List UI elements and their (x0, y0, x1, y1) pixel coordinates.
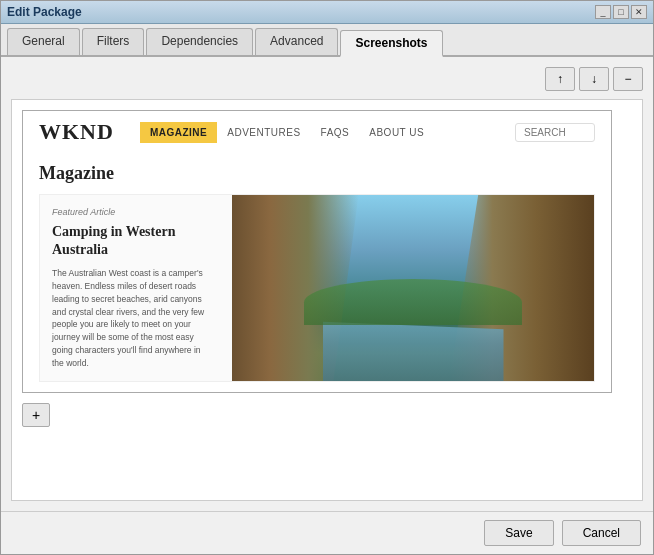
down-arrow-icon: ↓ (591, 72, 597, 86)
move-down-button[interactable]: ↓ (579, 67, 609, 91)
save-button[interactable]: Save (484, 520, 553, 546)
tab-general[interactable]: General (7, 28, 80, 55)
tab-screenshots[interactable]: Screenshots (340, 30, 442, 57)
tab-dependencies[interactable]: Dependencies (146, 28, 253, 55)
article-text: Featured Article Camping in Western Aust… (40, 195, 220, 381)
maximize-button[interactable]: □ (613, 5, 629, 19)
article-body: The Australian West coast is a camper's … (52, 267, 208, 369)
article-image (232, 195, 594, 381)
site-body: Magazine Featured Article Camping in Wes… (23, 153, 611, 392)
cancel-button[interactable]: Cancel (562, 520, 641, 546)
tab-advanced[interactable]: Advanced (255, 28, 338, 55)
screenshot-area: WKND MAGAZINE ADVENTURES FAQS ABOUT US M… (11, 99, 643, 501)
edit-package-window: Edit Package _ □ ✕ General Filters Depen… (0, 0, 654, 555)
site-header: WKND MAGAZINE ADVENTURES FAQS ABOUT US (23, 111, 611, 153)
footer: Save Cancel (1, 511, 653, 554)
tabs-bar: General Filters Dependencies Advanced Sc… (1, 24, 653, 57)
move-up-button[interactable]: ↑ (545, 67, 575, 91)
site-logo: WKND (39, 119, 114, 145)
canyon-scene (232, 195, 594, 381)
article-title: Camping in Western Australia (52, 223, 208, 259)
site-nav: MAGAZINE ADVENTURES FAQS ABOUT US (140, 122, 434, 143)
up-arrow-icon: ↑ (557, 72, 563, 86)
screenshot-toolbar: ↑ ↓ − (11, 67, 643, 91)
article-tag: Featured Article (52, 207, 208, 217)
site-search-input[interactable] (515, 123, 595, 142)
nav-adventures[interactable]: ADVENTURES (217, 122, 310, 143)
title-bar-controls: _ □ ✕ (595, 5, 647, 19)
window-title: Edit Package (7, 5, 82, 19)
main-content: ↑ ↓ − WKND MAGAZINE ADVENTURES FAQS (1, 57, 653, 511)
add-screenshot-button[interactable]: + (22, 403, 50, 427)
nav-faqs[interactable]: FAQS (311, 122, 360, 143)
screenshot-preview: WKND MAGAZINE ADVENTURES FAQS ABOUT US M… (22, 110, 612, 393)
vegetation (304, 279, 521, 326)
tab-filters[interactable]: Filters (82, 28, 145, 55)
nav-magazine[interactable]: MAGAZINE (140, 122, 217, 143)
remove-button[interactable]: − (613, 67, 643, 91)
minus-icon: − (624, 72, 631, 86)
close-button[interactable]: ✕ (631, 5, 647, 19)
nav-about-us[interactable]: ABOUT US (359, 122, 434, 143)
minimize-button[interactable]: _ (595, 5, 611, 19)
site-page-title: Magazine (39, 163, 595, 184)
title-bar: Edit Package _ □ ✕ (1, 1, 653, 24)
article-card: Featured Article Camping in Western Aust… (39, 194, 595, 382)
